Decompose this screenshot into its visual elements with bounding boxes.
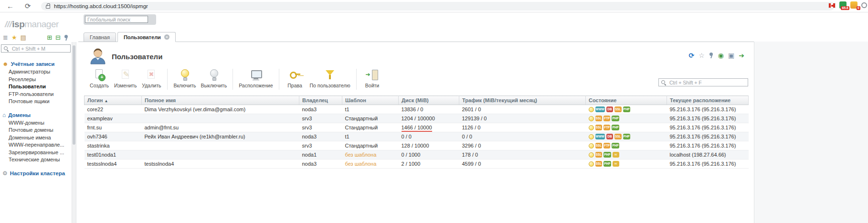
fullname-cell: testsslnoda4 — [142, 159, 299, 169]
pin-icon[interactable] — [709, 52, 714, 59]
sidebar-item[interactable]: Почтовые ящики — [0, 98, 72, 106]
table-row[interactable]: test01noda1noda1без шаблона0 / 1000178 /… — [85, 150, 749, 159]
login-cell: stastrinka — [85, 141, 142, 150]
filter-search-icon — [661, 80, 667, 85]
tab-active[interactable]: Пользователи× — [117, 32, 176, 42]
column-header[interactable]: Текущее расположение — [667, 96, 749, 105]
fullname-cell: Рейх Иван Андреевич (re1kh@rambler.ru) — [142, 132, 299, 141]
users-panel: Пользователи ⟳☆◉▣➔ СоздатьИзменитьУдалит… — [78, 42, 754, 223]
sidebar-item[interactable]: Почтовые домены — [0, 127, 72, 134]
sidebar-item[interactable]: Технические домены — [0, 156, 72, 164]
frames-icon[interactable]: ▣ — [728, 52, 734, 59]
filter-input[interactable] — [668, 79, 746, 86]
sidebar-item[interactable]: Зарезервированные ... — [0, 149, 72, 157]
expand-all-icon[interactable] — [47, 34, 52, 42]
menu-list-icon[interactable] — [3, 34, 8, 42]
green-extension[interactable]: 65.6 — [839, 1, 847, 9]
sidebar-item[interactable]: Пользователи — [0, 83, 72, 91]
pin-menu-icon[interactable] — [64, 34, 69, 41]
briefcase-icon[interactable] — [21, 34, 26, 42]
sidebar-search-input[interactable] — [11, 45, 68, 52]
php-status-icon: php — [603, 161, 611, 167]
globe-icon[interactable]: ◉ — [718, 52, 724, 59]
column-header[interactable]: Логин▲ — [85, 96, 142, 105]
toolbar-button-label: Удалить — [142, 83, 161, 88]
owner-cell: noda1 — [299, 150, 342, 159]
disk-value: 0 / 0 — [402, 134, 412, 139]
browser-chrome: https://hosting.abcd.cloud:1500/ispmgr 6… — [0, 0, 868, 12]
refresh-page-icon[interactable] — [25, 1, 31, 11]
tab-inactive[interactable]: Главная — [84, 32, 116, 42]
table-row[interactable]: frnt.suadmin@frnt.susrv3Стандартный1466 … — [85, 123, 749, 132]
column-header[interactable]: Диск (MiB) — [399, 96, 459, 105]
sidebar-scrollbar[interactable] — [72, 42, 76, 223]
owner-cell: noda3 — [299, 105, 342, 114]
favorite-star-icon[interactable]: ☆ — [699, 52, 705, 59]
column-header[interactable]: Трафик (MiB/текущий месяц) — [459, 96, 586, 105]
filter-user-button[interactable]: По пользователю — [307, 69, 353, 88]
toolbar-button-label: Изменить — [114, 83, 137, 88]
bulb-off-button[interactable]: Выключить — [198, 69, 229, 88]
rights-button[interactable]: Права — [283, 69, 307, 88]
column-header[interactable]: Полное имя — [142, 96, 299, 105]
toolbar-button-label: Права — [287, 83, 302, 88]
sidebar-section-heading[interactable]: ⚙Настройки кластера — [0, 170, 72, 178]
scrollbar-thumb[interactable] — [73, 45, 75, 145]
back-icon[interactable] — [7, 1, 14, 11]
sidebar-item[interactable]: Администраторы — [0, 68, 72, 76]
traffic-cell: 2601 / 0 — [459, 105, 586, 114]
logo-text-bold: isp — [12, 19, 24, 29]
refresh-icon[interactable]: ⟳ — [689, 52, 695, 59]
disk-value: 1466 / 10000 — [402, 125, 432, 132]
disk-value: 0 / 1000 — [402, 152, 421, 158]
ssl-status-icon: ssl — [614, 134, 622, 139]
sidebar-item[interactable]: Реселлеры — [0, 76, 72, 84]
edit-button[interactable]: Изменить — [112, 69, 139, 88]
logo-slashes-icon: /// — [5, 19, 11, 29]
login-button[interactable]: Войти — [360, 69, 385, 88]
sidebar-section-heading[interactable]: ⌂Домены — [0, 111, 72, 119]
global-search-input[interactable] — [85, 16, 148, 23]
favorites-icon[interactable] — [11, 34, 17, 42]
fullname-cell: admin@frnt.su — [142, 123, 299, 132]
php-status-icon: php — [623, 106, 630, 112]
sidebar-item[interactable]: WWW-домены — [0, 119, 72, 127]
column-header[interactable]: Шаблон — [342, 96, 399, 105]
php-status-icon: php — [603, 152, 611, 158]
table-row[interactable]: testsslnoda4testsslnoda4noda3без шаблона… — [85, 159, 749, 169]
column-header[interactable]: Состояние — [586, 96, 667, 105]
orange-extension[interactable]: 0 — [850, 1, 857, 9]
flag-extension[interactable] — [828, 3, 836, 8]
toolbar-button-label: По пользователю — [310, 83, 350, 88]
enabled-bulb-icon — [589, 116, 594, 121]
column-header[interactable]: Владелец — [299, 96, 342, 105]
delete-button[interactable]: Удалить — [139, 69, 164, 88]
users-table: Логин▲Полное имяВладелецШаблонДиск (MiB)… — [84, 96, 749, 169]
tab-close-icon[interactable]: × — [164, 34, 169, 40]
collapse-all-icon[interactable] — [55, 34, 61, 42]
table-row[interactable]: core22Dima Verzhykovskyi (ver.dima@gmail… — [85, 105, 749, 114]
sync-extension[interactable] — [861, 2, 867, 8]
status-cell: sslphp✉ — [586, 159, 667, 169]
sidebar-item[interactable]: FTP-пользователи — [0, 91, 72, 98]
table-row[interactable]: ovh7346Рейх Иван Андреевич (re1kh@ramble… — [85, 132, 749, 141]
location-cell: 95.216.3.176 (95.216.3.176) — [667, 123, 749, 132]
create-button[interactable]: Создать — [87, 69, 112, 88]
template-cell: t1 — [342, 105, 399, 114]
table-row[interactable]: exampleavsrv3Стандартный1204 / 100000129… — [85, 114, 749, 123]
sidebar-section: ⚙Настройки кластера — [0, 170, 72, 178]
table-row[interactable]: stastrinkasrv3Стандартный128 / 100003296… — [85, 141, 749, 150]
status-icons: sslphp✉ — [589, 152, 664, 158]
owner-cell: noda3 — [299, 159, 342, 169]
location-button[interactable]: Расположение — [236, 69, 275, 88]
address-bar[interactable]: https://hosting.abcd.cloud:1500/ispmgr — [41, 2, 835, 11]
sidebar-item[interactable]: WWW-перенаправле... — [0, 141, 72, 149]
exit-icon[interactable]: ➔ — [739, 52, 744, 59]
enabled-bulb-icon — [589, 125, 594, 130]
disk-cell: 0 / 0 — [399, 132, 459, 141]
bulb-on-button[interactable]: Включить — [171, 69, 198, 88]
sidebar-section-heading[interactable]: ☻Учётные записи — [0, 60, 72, 68]
login-cell: testsslnoda4 — [85, 159, 142, 169]
sidebar-section: ☻Учётные записиАдминистраторыРеселлерыПо… — [0, 60, 72, 106]
sidebar-item[interactable]: Доменные имена — [0, 134, 72, 142]
